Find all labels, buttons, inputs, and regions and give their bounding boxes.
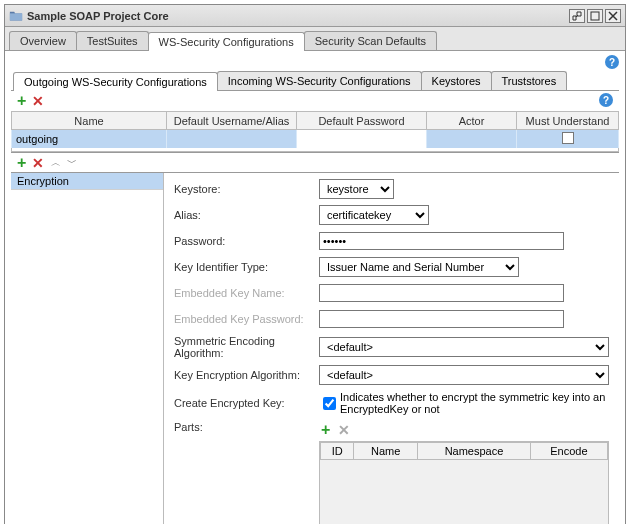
move-up-button[interactable]: ︿ (48, 156, 64, 170)
label-kit: Key Identifier Type: (174, 261, 319, 273)
cell-name[interactable]: outgoing (12, 130, 167, 149)
label-ekp: Embedded Key Password: (174, 313, 319, 325)
embedded-key-name-input[interactable] (319, 284, 564, 302)
remove-entry-button[interactable]: ✕ (28, 155, 48, 171)
configs-table: Name Default Username/Alias Default Pass… (11, 111, 619, 148)
config-row[interactable]: outgoing (12, 130, 619, 149)
help-icon[interactable]: ? (605, 55, 619, 69)
col-actor: Actor (427, 112, 517, 130)
col-name: Name (12, 112, 167, 130)
label-create-key: Create Encrypted Key: (174, 397, 319, 409)
col-must-understand: Must Understand (517, 112, 619, 130)
alias-select[interactable]: certificatekey (319, 205, 429, 225)
window-close-button[interactable] (605, 9, 621, 23)
label-kea: Key Encryption Algorithm: (174, 369, 319, 381)
window-detach-button[interactable] (569, 9, 585, 23)
entries-toolbar: + ✕ ︿ ﹀ (11, 152, 619, 172)
create-encrypted-key-checkbox[interactable] (323, 397, 336, 410)
ws-subtabs: Outgoing WS-Security Configurations Inco… (11, 71, 619, 91)
add-entry-button[interactable]: + (15, 154, 28, 172)
window-title: Sample SOAP Project Core (27, 10, 567, 22)
window-root: Sample SOAP Project Core Overview TestSu… (4, 4, 626, 524)
label-alias: Alias: (174, 209, 319, 221)
tab-overview[interactable]: Overview (9, 31, 77, 50)
encryption-form: Keystore: keystore Alias: certificatekey… (164, 173, 619, 524)
label-ekn: Embedded Key Name: (174, 287, 319, 299)
must-understand-checkbox[interactable] (562, 132, 574, 144)
tab-testsuites[interactable]: TestSuites (76, 31, 149, 50)
svg-rect-0 (591, 12, 599, 20)
label-password: Password: (174, 235, 319, 247)
cell-alias[interactable] (167, 130, 297, 149)
embedded-key-password-input[interactable] (319, 310, 564, 328)
parts-body-empty (320, 460, 608, 524)
subtab-incoming[interactable]: Incoming WS-Security Configurations (217, 71, 422, 90)
entry-editor: Encryption Keystore: keystore Alias: cer… (11, 172, 619, 524)
parts-col-namespace: Namespace (418, 443, 531, 460)
subtab-truststores[interactable]: Truststores (491, 71, 568, 90)
parts-col-name: Name (354, 443, 418, 460)
main-tabstrip: Overview TestSuites WS-Security Configur… (5, 27, 625, 51)
cell-actor[interactable] (427, 130, 517, 149)
remove-part-button[interactable]: ✕ (334, 422, 354, 438)
configs-toolbar: + ✕ ? (11, 91, 619, 111)
tab-ws-security[interactable]: WS-Security Configurations (148, 32, 305, 51)
move-down-button[interactable]: ﹀ (64, 156, 80, 170)
add-config-button[interactable]: + (15, 92, 28, 110)
label-parts: Parts: (174, 421, 319, 433)
subtab-outgoing[interactable]: Outgoing WS-Security Configurations (13, 72, 218, 91)
create-encrypted-key-desc: Indicates whether to encrypt the symmetr… (340, 391, 609, 415)
parts-table: ID Name Namespace Encode (319, 441, 609, 524)
password-input[interactable] (319, 232, 564, 250)
key-encryption-select[interactable]: <default> (319, 365, 609, 385)
symmetric-encoding-select[interactable]: <default> (319, 337, 609, 357)
window-maximize-button[interactable] (587, 9, 603, 23)
label-keystore: Keystore: (174, 183, 319, 195)
add-part-button[interactable]: + (319, 421, 332, 439)
parts-col-id: ID (321, 443, 354, 460)
key-identifier-type-select[interactable]: Issuer Name and Serial Number (319, 257, 519, 277)
col-password: Default Password (297, 112, 427, 130)
configs-help-icon[interactable]: ? (599, 93, 613, 107)
keystore-select[interactable]: keystore (319, 179, 394, 199)
folder-icon (9, 9, 23, 23)
label-sea: Symmetric Encoding Algorithm: (174, 335, 319, 359)
cell-password[interactable] (297, 130, 427, 149)
entries-list: Encryption (11, 173, 164, 524)
entry-encryption[interactable]: Encryption (11, 173, 163, 190)
col-alias: Default Username/Alias (167, 112, 297, 130)
parts-col-encode: Encode (530, 443, 607, 460)
subtab-keystores[interactable]: Keystores (421, 71, 492, 90)
titlebar: Sample SOAP Project Core (5, 5, 625, 27)
ws-security-panel: ? Outgoing WS-Security Configurations In… (5, 51, 625, 524)
tab-security-scan-defaults[interactable]: Security Scan Defaults (304, 31, 437, 50)
remove-config-button[interactable]: ✕ (28, 93, 48, 109)
cell-must-understand[interactable] (517, 130, 619, 149)
